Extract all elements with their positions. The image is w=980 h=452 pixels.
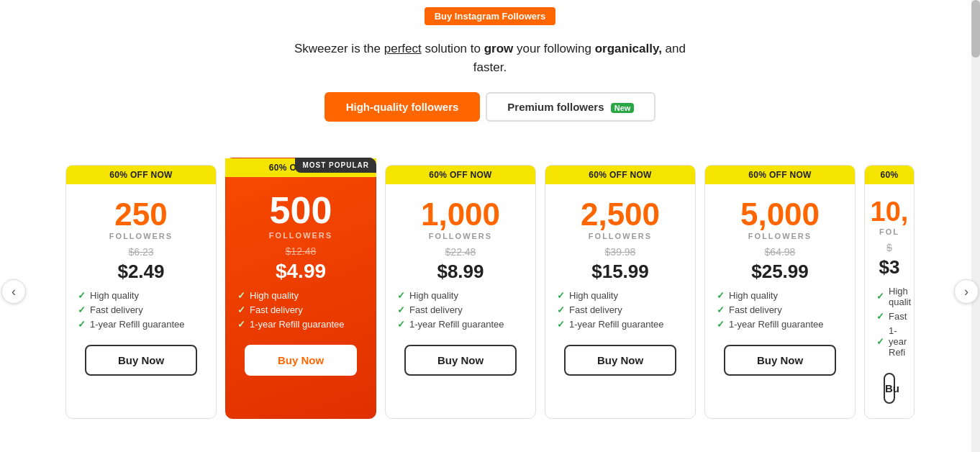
scrollbar-thumb[interactable] [971, 0, 980, 58]
feature-item: ✓High quality [557, 290, 684, 301]
check-icon: ✓ [557, 304, 565, 315]
feature-item: ✓Fast [876, 311, 902, 322]
check-icon: ✓ [717, 304, 725, 315]
followers-label-500: FOLLOWERS [269, 231, 332, 240]
features-250: ✓High quality ✓Fast delivery ✓1-year Ref… [78, 290, 204, 333]
check-icon: ✓ [237, 319, 245, 330]
feature-item: ✓1-year Refill guarantee [717, 319, 843, 330]
check-icon: ✓ [717, 319, 725, 330]
top-buy-button[interactable]: Buy Instagram Followers [425, 7, 556, 25]
card-body-1000: 1,000 FOLLOWERS $22.48 $8.99 ✓High quali… [386, 184, 535, 376]
check-icon: ✓ [237, 290, 245, 301]
check-icon: ✓ [397, 304, 405, 315]
feature-item: ✓High quality [237, 290, 364, 301]
feature-item: ✓Fast delivery [397, 304, 524, 315]
tab-premium-label: Premium followers [507, 101, 604, 113]
followers-count-10000: 10, [871, 197, 909, 227]
buy-button-2500[interactable]: Buy Now [564, 345, 676, 376]
prev-arrow[interactable]: ‹ [1, 279, 26, 304]
followers-count-500: 500 [270, 190, 332, 231]
check-icon: ✓ [78, 319, 86, 330]
card-500: MOST POPULAR 60% OFF NOW 500 FOLLOWERS $… [225, 158, 376, 419]
check-icon: ✓ [557, 319, 565, 330]
check-icon: ✓ [237, 304, 245, 315]
followers-label-2500: FOLLOWERS [589, 232, 652, 240]
followers-count-1000: 1,000 [421, 197, 500, 232]
feature-item: ✓1-year Refill guarantee [237, 319, 364, 330]
original-price-5000: $64.98 [765, 246, 796, 258]
feature-item: ✓High quality [397, 290, 524, 301]
original-price-250: $6.23 [128, 246, 153, 258]
card-1000: 60% OFF NOW 1,000 FOLLOWERS $22.48 $8.99… [385, 165, 536, 419]
cards-container: ‹ › 60% OFF NOW 250 FOLLOWERS $6.23 $2.4… [0, 150, 980, 433]
top-btn-container: Buy Instagram Followers [0, 0, 980, 25]
tab-high-quality[interactable]: High-quality followers [325, 92, 481, 122]
original-price-2500: $39.98 [605, 246, 636, 258]
card-5000: 60% OFF NOW 5,000 FOLLOWERS $64.98 $25.9… [704, 165, 856, 419]
card-body-2500: 2,500 FOLLOWERS $39.98 $15.99 ✓High qual… [545, 184, 695, 376]
discount-badge-5000: 60% OFF NOW [705, 166, 855, 184]
tab-premium[interactable]: Premium followers New [486, 92, 655, 122]
followers-count-250: 250 [114, 197, 167, 232]
card-2500: 60% OFF NOW 2,500 FOLLOWERS $39.98 $15.9… [545, 165, 696, 419]
buy-button-5000[interactable]: Buy Now [724, 345, 836, 376]
check-icon: ✓ [876, 336, 884, 347]
tagline: Skweezer is the perfect solution to grow… [0, 40, 980, 76]
check-icon: ✓ [397, 319, 405, 330]
check-icon: ✓ [78, 304, 86, 315]
features-2500: ✓High quality ✓Fast delivery ✓1-year Ref… [557, 290, 684, 333]
next-arrow[interactable]: › [954, 279, 979, 304]
check-icon: ✓ [876, 291, 884, 302]
feature-item: ✓1-year Refi [876, 325, 902, 358]
feature-item: ✓1-year Refill guarantee [397, 319, 524, 330]
check-icon: ✓ [397, 290, 405, 301]
card-10000: 60% 10, FOL $ $3 ✓High qualit ✓Fast ✓1-y… [864, 165, 915, 419]
followers-label-5000: FOLLOWERS [748, 232, 812, 240]
discount-badge-2500: 60% OFF NOW [545, 166, 695, 184]
card-body-10000: 10, FOL $ $3 ✓High qualit ✓Fast ✓1-year … [865, 184, 914, 404]
current-price-1000: $8.99 [437, 261, 484, 283]
followers-label-1000: FOLLOWERS [429, 232, 492, 240]
tab-high-quality-label: High-quality followers [346, 101, 459, 113]
discount-badge-250: 60% OFF NOW [66, 166, 216, 184]
discount-badge-10000: 60% [865, 166, 914, 184]
buy-button-500[interactable]: Buy Now [245, 345, 357, 376]
card-body-5000: 5,000 FOLLOWERS $64.98 $25.99 ✓High qual… [705, 184, 855, 376]
check-icon: ✓ [876, 311, 884, 322]
cards-track: 60% OFF NOW 250 FOLLOWERS $6.23 $2.49 ✓H… [0, 150, 980, 433]
feature-item: ✓Fast delivery [557, 304, 684, 315]
most-popular-label: MOST POPULAR [295, 158, 376, 173]
new-badge: New [611, 103, 635, 113]
feature-item: ✓High quality [78, 290, 204, 301]
tagline-text: Skweezer is the perfect solution to grow… [294, 42, 686, 74]
feature-item: ✓1-year Refill guarantee [78, 319, 204, 330]
original-price-500: $12.48 [286, 245, 317, 257]
feature-item: ✓Fast delivery [717, 304, 843, 315]
current-price-500: $4.99 [276, 260, 326, 283]
features-1000: ✓High quality ✓Fast delivery ✓1-year Ref… [397, 290, 524, 333]
features-500: ✓High quality ✓Fast delivery ✓1-year Ref… [237, 290, 364, 333]
check-icon: ✓ [557, 290, 565, 301]
feature-item: ✓High quality [717, 290, 843, 301]
card-body-250: 250 FOLLOWERS $6.23 $2.49 ✓High quality … [66, 184, 216, 376]
buy-button-10000[interactable]: Bu [884, 373, 895, 404]
current-price-5000: $25.99 [751, 261, 809, 283]
original-price-1000: $22.48 [445, 246, 476, 258]
check-icon: ✓ [717, 290, 725, 301]
feature-item: ✓1-year Refill guarantee [557, 319, 684, 330]
buy-button-250[interactable]: Buy Now [85, 345, 197, 376]
original-price-10000: $ [886, 242, 892, 253]
card-body-500: 500 FOLLOWERS $12.48 $4.99 ✓High quality… [226, 177, 376, 376]
current-price-10000: $3 [879, 256, 900, 279]
current-price-2500: $15.99 [591, 261, 649, 283]
discount-badge-1000: 60% OFF NOW [386, 166, 535, 184]
features-5000: ✓High quality ✓Fast delivery ✓1-year Ref… [717, 290, 843, 333]
tab-group: High-quality followers Premium followers… [0, 92, 980, 122]
current-price-250: $2.49 [117, 261, 164, 283]
buy-button-1000[interactable]: Buy Now [404, 345, 517, 376]
followers-label-10000: FOL [879, 227, 899, 236]
feature-item: ✓High qualit [876, 286, 902, 307]
followers-count-2500: 2,500 [581, 197, 660, 232]
page-wrapper: Buy Instagram Followers Skweezer is the … [0, 0, 980, 452]
features-10000: ✓High qualit ✓Fast ✓1-year Refi [876, 286, 902, 361]
